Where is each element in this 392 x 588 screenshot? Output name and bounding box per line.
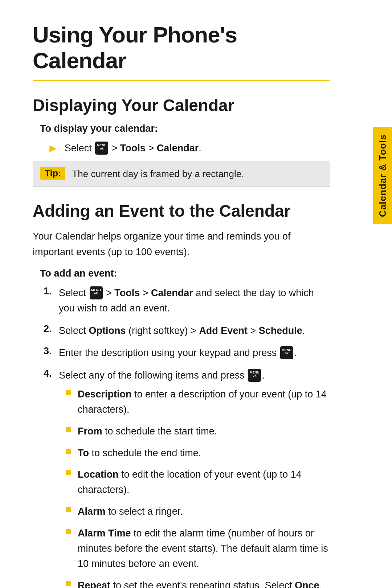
menu-ok-icon-3: MENUok	[280, 346, 293, 359]
menu-ok-icon-4: MENUok	[248, 369, 261, 382]
bullet-alarm-time: Alarm Time to edit the alarm time (numbe…	[66, 526, 330, 572]
section-displaying: Displaying Your Calendar To display your…	[33, 95, 330, 187]
step-1: 1. Select MENUok > Tools > Calendar and …	[44, 286, 330, 316]
menu-ok-icon-1: MENUok	[95, 142, 108, 155]
bullet-from-text: From to schedule the start time.	[78, 424, 217, 439]
page-title: Using Your Phone's Calendar	[33, 22, 330, 73]
bullet-alarm-time-text: Alarm Time to edit the alarm time (numbe…	[78, 526, 330, 572]
step-4-num: 4.	[44, 368, 59, 379]
bullet-alarm: Alarm to select a ringer.	[66, 504, 330, 519]
bullet-square-5	[66, 507, 71, 512]
bullet-square-7	[66, 581, 71, 586]
bullet-repeat-text: Repeat to set the event's repeating stat…	[78, 578, 330, 588]
bullet-description-text: Description to enter a description of yo…	[78, 387, 330, 417]
bullet-location: Location to edit the location of your ev…	[66, 467, 330, 498]
section2-subsection-label: To add an event:	[40, 268, 330, 279]
menu-ok-icon-2: MENUok	[90, 286, 103, 299]
bullet-square-4	[66, 470, 71, 475]
step-2-num: 2.	[44, 323, 59, 335]
bullet-repeat: Repeat to set the event's repeating stat…	[66, 578, 330, 588]
bullet-square-3	[66, 449, 71, 454]
sidebar-tab: Calendar & Tools	[373, 127, 392, 224]
step-4: 4. Select any of the following items and…	[44, 368, 330, 588]
section-adding: Adding an Event to the Calendar Your Cal…	[33, 201, 330, 588]
bullet-from: From to schedule the start time.	[66, 424, 330, 439]
section1-heading: Displaying Your Calendar	[33, 95, 330, 115]
tip-box: Tip: The current day is framed by a rect…	[33, 162, 330, 187]
section1-subsection-label: To display your calendar:	[40, 123, 330, 134]
ordered-steps: 1. Select MENUok > Tools > Calendar and …	[44, 286, 330, 588]
arrow-icon: ►	[47, 142, 59, 155]
bullet-description: Description to enter a description of yo…	[66, 387, 330, 417]
step-3: 3. Enter the description using your keyp…	[44, 346, 330, 361]
section2-body: Your Calendar helps organize your time a…	[33, 229, 330, 260]
section1-step-text: Select MENUok > Tools > Calendar.	[65, 141, 201, 156]
bullet-to-text: To to schedule the end time.	[78, 446, 201, 461]
step-4-text: Select any of the following items and pr…	[59, 368, 330, 588]
tip-label: Tip:	[40, 167, 65, 180]
sidebar-tab-label: Calendar & Tools	[377, 134, 388, 217]
bullet-square-1	[66, 390, 71, 395]
bullet-list: Description to enter a description of yo…	[66, 387, 330, 588]
title-divider	[33, 80, 330, 81]
tip-text: The current day is framed by a rectangle…	[72, 167, 244, 181]
step-2-text: Select Options (right softkey) > Add Eve…	[59, 323, 305, 339]
bullet-alarm-text: Alarm to select a ringer.	[78, 504, 183, 519]
section2-heading: Adding an Event to the Calendar	[33, 201, 330, 221]
bullet-location-text: Location to edit the location of your ev…	[78, 467, 330, 498]
step-2: 2. Select Options (right softkey) > Add …	[44, 323, 330, 339]
step-1-num: 1.	[44, 286, 59, 297]
bullet-square-2	[66, 427, 71, 432]
step-1-text: Select MENUok > Tools > Calendar and sel…	[59, 286, 330, 316]
bullet-to: To to schedule the end time.	[66, 446, 330, 461]
section1-instruction: ► Select MENUok > Tools > Calendar.	[47, 141, 330, 156]
step-3-text: Enter the description using your keypad …	[59, 346, 297, 361]
step-3-num: 3.	[44, 346, 59, 357]
bullet-square-6	[66, 529, 71, 534]
page-content: Using Your Phone's Calendar Displaying Y…	[0, 0, 363, 588]
